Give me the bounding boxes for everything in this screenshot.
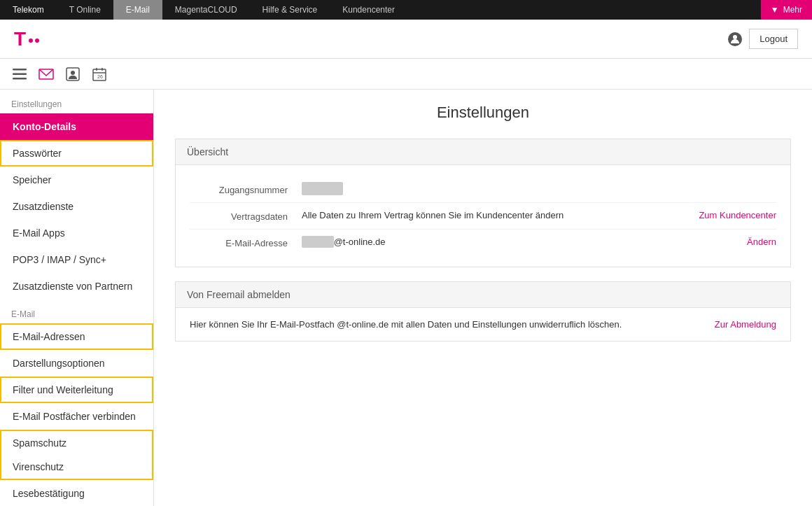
- freemail-text: Hier können Sie Ihr E-Mail-Postfach @t-o…: [190, 319, 701, 330]
- main-content: Einstellungen Übersicht Zugangsnummer Ve…: [154, 90, 812, 506]
- email-adresse-row: E-Mail-Adresse @t-online.de Ändern: [190, 230, 776, 255]
- vertragsdaten-row: Vertragsdaten Alle Daten zu Ihrem Vertra…: [190, 203, 776, 230]
- chevron-down-icon: ▼: [771, 5, 779, 15]
- sidebar-item-darstellungsoptionen[interactable]: Darstellungsoptionen: [0, 350, 153, 377]
- user-icon: [728, 32, 742, 46]
- nav-telekom[interactable]: Telekom: [0, 0, 57, 20]
- svg-point-6: [71, 71, 75, 75]
- freemail-body: Hier können Sie Ihr E-Mail-Postfach @t-o…: [176, 308, 790, 341]
- sidebar: Einstellungen Konto-Details Passwörter S…: [0, 90, 154, 506]
- svg-rect-1: [13, 69, 27, 71]
- email-adresse-value: @t-online.de: [302, 237, 747, 247]
- nav-magentacloud[interactable]: MagentaCLOUD: [162, 0, 250, 20]
- sidebar-item-konto-details[interactable]: Konto-Details: [0, 113, 153, 140]
- sidebar-item-filter-weiterleitung[interactable]: Filter und Weiterleitung: [0, 377, 153, 403]
- mail-icon[interactable]: [35, 63, 57, 85]
- sidebar-item-lesebestaetigung[interactable]: Lesebestätigung: [0, 480, 153, 506]
- header-bar: T Logout: [0, 20, 812, 59]
- zugangsnummer-value: [302, 183, 776, 194]
- top-navigation: Telekom T Online E-Mail MagentaCLOUD Hil…: [0, 0, 812, 20]
- calendar-icon[interactable]: 26: [88, 63, 111, 85]
- sidebar-item-speicher[interactable]: Speicher: [0, 167, 153, 193]
- svg-point-0: [733, 35, 737, 39]
- email-aendern-link[interactable]: Ändern: [747, 237, 776, 247]
- nav-kundencenter[interactable]: Kundencenter: [330, 0, 407, 20]
- sidebar-item-email-adressen[interactable]: E-Mail-Adressen: [0, 323, 153, 350]
- sidebar-item-zusatzdienste[interactable]: Zusatzdienste: [0, 193, 153, 220]
- toolbar: 26: [0, 59, 812, 90]
- sidebar-section2-label: E-Mail: [0, 300, 153, 323]
- svg-text:26: 26: [97, 74, 103, 79]
- email-adresse-label: E-Mail-Adresse: [190, 237, 302, 248]
- logo-dot-1: [29, 38, 33, 43]
- page-title: Einstellungen: [175, 104, 791, 122]
- main-layout: Einstellungen Konto-Details Passwörter S…: [0, 90, 812, 506]
- zugangsnummer-row: Zugangsnummer: [190, 176, 776, 203]
- header-right: Logout: [728, 29, 798, 49]
- vertragsdaten-label: Vertragsdaten: [190, 210, 302, 222]
- freemail-section: Von Freemail abmelden Hier können Sie Ih…: [175, 281, 791, 342]
- zugangsnummer-masked: [302, 182, 343, 195]
- logo-dot-2: [35, 38, 39, 43]
- svg-rect-2: [13, 73, 27, 75]
- hamburger-menu-icon[interactable]: [8, 63, 31, 85]
- logo-dots: [29, 38, 39, 43]
- sidebar-item-spamschutz[interactable]: Spamschutz: [0, 430, 153, 455]
- logo-t-letter: T: [14, 28, 26, 50]
- sidebar-item-postfaecher-verbinden[interactable]: E-Mail Postfächer verbinden: [0, 403, 153, 430]
- sidebar-item-zusatzdienste-partner[interactable]: Zusatzdienste von Partnern: [0, 273, 153, 300]
- email-masked-part: [302, 236, 334, 248]
- nav-email[interactable]: E-Mail: [113, 0, 162, 20]
- zur-abmeldung-link[interactable]: Zur Abmeldung: [701, 319, 776, 330]
- telekom-logo: T: [14, 28, 39, 50]
- nav-tonline[interactable]: T Online: [57, 0, 113, 20]
- uebersicht-header: Übersicht: [176, 139, 790, 165]
- nav-hilfe-service[interactable]: Hilfe & Service: [250, 0, 330, 20]
- mehr-label: Mehr: [783, 5, 802, 15]
- contacts-icon[interactable]: [62, 63, 84, 85]
- email-suffix: @t-online.de: [334, 237, 386, 247]
- sidebar-item-passwoerter[interactable]: Passwörter: [0, 140, 153, 167]
- zum-kundencenter-link[interactable]: Zum Kundencenter: [699, 210, 776, 220]
- uebersicht-section: Übersicht Zugangsnummer Vertragsdaten Al…: [175, 139, 791, 267]
- svg-rect-3: [13, 78, 27, 80]
- zugangsnummer-label: Zugangsnummer: [190, 183, 302, 195]
- sidebar-item-virenschutz[interactable]: Virenschutz: [0, 455, 153, 480]
- nav-mehr-button[interactable]: ▼ Mehr: [761, 0, 812, 20]
- vertragsdaten-value: Alle Daten zu Ihrem Vertrag können Sie i…: [302, 210, 699, 220]
- uebersicht-body: Zugangsnummer Vertragsdaten Alle Daten z…: [176, 165, 790, 267]
- sidebar-section1-label: Einstellungen: [0, 90, 153, 113]
- sidebar-item-email-apps[interactable]: E-Mail Apps: [0, 220, 153, 246]
- logout-button[interactable]: Logout: [749, 29, 798, 49]
- sidebar-item-pop3-imap[interactable]: POP3 / IMAP / Sync+: [0, 246, 153, 273]
- freemail-header: Von Freemail abmelden: [176, 282, 790, 308]
